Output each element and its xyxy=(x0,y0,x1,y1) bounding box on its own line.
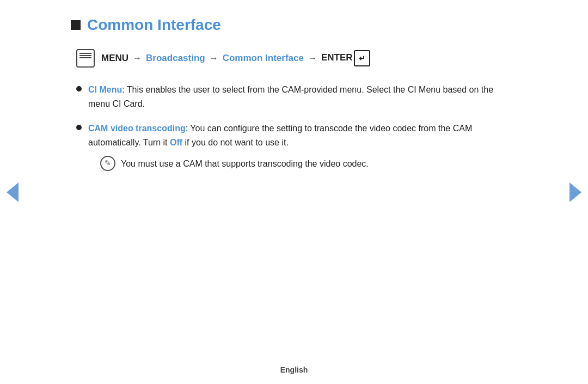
note-block: ✎ You must use a CAM that supports trans… xyxy=(100,156,517,171)
menu-label: MENU xyxy=(101,53,128,64)
enter-icon: ↵ xyxy=(354,50,370,66)
ci-menu-text: CI Menu: This enables the user to select… xyxy=(88,83,517,112)
bullet-dot-icon xyxy=(76,125,82,130)
bullet-dot-icon xyxy=(76,86,82,92)
nav-arrow-1: → xyxy=(133,53,142,63)
cam-video-term: CAM video transcoding xyxy=(88,124,186,133)
nav-path: MENU → Broadcasting → Common Interface →… xyxy=(76,49,517,68)
page-title-row: Common Interface xyxy=(71,16,517,34)
nav-arrow-2: → xyxy=(210,53,218,63)
off-label: Off xyxy=(170,138,182,147)
page-title: Common Interface xyxy=(87,16,221,34)
nav-arrow-3: → xyxy=(308,53,317,63)
main-content: Common Interface MENU → Broadcasting → C… xyxy=(27,0,561,197)
nav-common-interface[interactable]: Common Interface xyxy=(223,53,304,64)
list-item: CAM video transcoding: You can configure… xyxy=(76,121,517,171)
list-item: CI Menu: This enables the user to select… xyxy=(76,83,517,112)
menu-icon xyxy=(76,49,95,68)
nav-broadcasting[interactable]: Broadcasting xyxy=(146,53,205,64)
ci-menu-term: CI Menu xyxy=(88,85,122,94)
ci-menu-description: : This enables the user to select from t… xyxy=(88,85,493,108)
cam-video-desc2: if you do not want to use it. xyxy=(182,138,289,147)
cam-video-text: CAM video transcoding: You can configure… xyxy=(88,121,517,171)
footer-language: English xyxy=(280,365,308,374)
note-icon: ✎ xyxy=(100,156,115,171)
bullet-list: CI Menu: This enables the user to select… xyxy=(76,83,517,171)
title-square-icon xyxy=(71,20,81,30)
nav-enter-label: ENTER↵ xyxy=(321,50,370,66)
prev-page-button[interactable] xyxy=(7,182,19,202)
next-page-button[interactable] xyxy=(569,182,581,202)
note-text: You must use a CAM that supports transco… xyxy=(121,156,369,171)
